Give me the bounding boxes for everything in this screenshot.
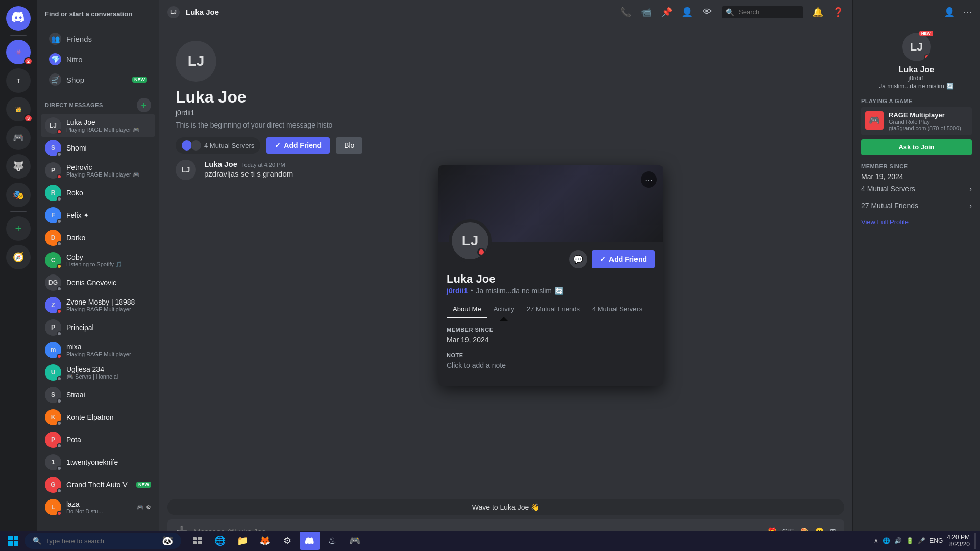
dm-name-mixa: mixa [66, 343, 151, 351]
mutual-avatar-2 [191, 140, 201, 151]
dm-item-coby[interactable]: C Coby Listening to Spotify 🎵 [41, 249, 155, 271]
add-server-button[interactable]: + [6, 216, 31, 241]
dm-item-principal[interactable]: P Principal [41, 316, 155, 339]
dm-info-petrovic: Petrovic Playing RAGE Multiplayer 🎮 [66, 163, 151, 178]
taskbar-app-steam[interactable]: ♨ [322, 532, 342, 550]
server-icon-s5[interactable]: 🐺 [6, 154, 31, 179]
server-label: 🐺 [13, 161, 24, 172]
tab-about-me[interactable]: About Me [447, 301, 487, 318]
dm-item-konte[interactable]: K Konte Elpatron [41, 406, 155, 429]
dm-item-straai[interactable]: S Straai [41, 384, 155, 406]
wave-button[interactable]: Wave to Luka Joe 👋 [167, 499, 844, 515]
block-button-intro[interactable]: Blo [336, 137, 362, 154]
dm-info-twenty: 1twentyoneknife [66, 458, 151, 466]
dm-info-denis: Denis Gnevovic [66, 279, 151, 287]
tab-mutual-friends[interactable]: 27 Mutual Friends [521, 301, 586, 318]
svg-rect-4 [193, 537, 197, 540]
dm-subtext-mixa: Playing RAGE Multiplayer [66, 351, 151, 357]
dm-name-ugljesa: Ugljesa 234 [66, 365, 151, 373]
member-since-label: Member Since [447, 327, 655, 333]
header-search-box[interactable]: 🔍 [722, 6, 803, 18]
tray-up-arrow[interactable]: ∧ [874, 537, 878, 544]
dm-item-laza[interactable]: L laza Do Not Distu... 🎮 ⚙ [41, 496, 155, 518]
discover-button[interactable]: 🧭 [6, 245, 31, 269]
right-status-row: Ja mislim...da ne mislim 🔄 [879, 83, 953, 90]
message-avatar-luka: LJ [176, 160, 196, 180]
svg-rect-0 [8, 536, 13, 540]
more-options-icon: ⋯ [645, 175, 653, 185]
message-bubble-icon: 💬 [573, 255, 583, 264]
dm-info-coby: Coby Listening to Spotify 🎵 [66, 253, 151, 268]
mutual-servers-row[interactable]: 4 Mutual Servers › [861, 181, 972, 197]
dm-item-petrovic[interactable]: P Petrovic Playing RAGE Multiplayer 🎮 [41, 159, 155, 182]
taskbar-app-folder[interactable]: 📁 [232, 532, 253, 550]
server-icon-s3[interactable]: 👑 3 [6, 97, 31, 121]
taskbar-app-settings[interactable]: ⚙ [277, 532, 298, 550]
note-click-area[interactable]: Click to add a note [447, 361, 655, 369]
taskbar-app-rage[interactable]: 🎮 [345, 532, 365, 550]
start-button[interactable] [4, 532, 22, 550]
show-desktop-button[interactable] [974, 533, 976, 549]
sidebar-item-nitro[interactable]: 💎 Nitro [41, 49, 155, 69]
dm-item-luka-joe[interactable]: LJ Luka Joe Playing RAGE Multiplayer 🎮 [41, 114, 155, 137]
sidebar-item-friends[interactable]: 👥 Friends [41, 29, 155, 49]
mutual-friends-row[interactable]: 27 Mutual Friends › [861, 197, 972, 214]
call-button[interactable]: 📞 [620, 6, 632, 18]
help-button[interactable]: ❓ [832, 6, 844, 18]
pin-button[interactable]: 📌 [660, 6, 673, 18]
server-icon-s4[interactable]: 🎮 [6, 126, 31, 150]
home-button[interactable] [6, 6, 31, 31]
add-friend-button-intro[interactable]: ✓ Add Friend [266, 137, 330, 154]
inbox-button[interactable]: 🔔 [812, 6, 824, 18]
profile-avatar-wrapper: LJ [449, 219, 492, 262]
taskbar-apps: 🌐 📁 🦊 ⚙ ♨ 🎮 [187, 532, 365, 550]
server-sidebar: 👾 2 T 👑 3 🎮 🐺 🎭 + 🧭 [0, 0, 37, 551]
dm-name-shomi: Shomi [66, 144, 151, 152]
header-search-input[interactable] [739, 8, 799, 16]
taskbar-app-task-view[interactable] [187, 532, 208, 550]
tab-mutual-servers[interactable]: 4 Mutual Servers [586, 301, 648, 318]
right-game-section: Playing a game 🎮 RAGE Multiplayer Grand … [861, 98, 972, 155]
view-full-profile-button[interactable]: View Full Profile [861, 214, 909, 230]
server-icon-s2[interactable]: T [6, 68, 31, 93]
tab-activity[interactable]: Activity [487, 301, 521, 318]
add-friend-icon: ✓ [275, 141, 281, 149]
add-member-button[interactable]: 👤 [681, 6, 693, 18]
dm-item-gta[interactable]: G Grand Theft Auto V NEW [41, 473, 155, 496]
dm-item-shomi[interactable]: S Shomi [41, 137, 155, 159]
dm-item-pota[interactable]: P Pota [41, 429, 155, 451]
note-label: Note [447, 352, 655, 358]
message-author: Luka Joe [204, 160, 237, 168]
profile-more-button[interactable]: ⋯ [641, 171, 657, 188]
dm-info-felix: Felix ✦ [66, 211, 151, 219]
server-icon-s1[interactable]: 👾 2 [6, 40, 31, 64]
profile-status-icon: 🔄 [555, 287, 564, 295]
dm-subtext-zvone: Playing RAGE Multiplayer [66, 306, 151, 312]
taskbar-app-edge[interactable]: 🌐 [210, 532, 230, 550]
profile-avatar-initials: LJ [462, 233, 479, 249]
dm-item-darko[interactable]: D Darko [41, 227, 155, 249]
dm-item-mixa[interactable]: m mixa Playing RAGE Multiplayer [41, 339, 155, 361]
taskbar-search-box[interactable]: 🔍 🐼 [24, 533, 181, 549]
ask-to-join-button[interactable]: Ask to Join [861, 139, 972, 155]
dm-item-twenty[interactable]: 1 1twentyoneknife [41, 451, 155, 473]
create-dm-button[interactable]: + [137, 98, 151, 112]
sidebar-item-shop[interactable]: 🛒 Shop NEW [41, 69, 155, 90]
dm-item-felix[interactable]: F Felix ✦ [41, 204, 155, 227]
server-icon-s6[interactable]: 🎭 [6, 183, 31, 207]
dm-item-denis[interactable]: DG Denis Gnevovic [41, 271, 155, 294]
right-panel-more-icon[interactable]: ⋯ [962, 6, 974, 18]
hide-user-list-button[interactable]: 👁 [701, 6, 714, 18]
dm-item-roko[interactable]: R Roko [41, 182, 155, 204]
dm-avatar-principal: P [45, 319, 61, 336]
profile-add-friend-button[interactable]: ✓ Add Friend [592, 250, 655, 268]
taskbar-app-browser[interactable]: 🦊 [255, 532, 275, 550]
taskbar-search-input[interactable] [45, 537, 158, 545]
right-panel-add-friend-icon[interactable]: 👤 [943, 6, 955, 18]
dm-item-ugljesa[interactable]: U Ugljesa 234 🎮 Servrs | Honnelal [41, 361, 155, 384]
taskbar-app-discord[interactable] [300, 532, 320, 550]
video-button[interactable]: 📹 [640, 6, 652, 18]
dm-item-zvone[interactable]: Z Zvone Mosby | 18988 Playing RAGE Multi… [41, 294, 155, 316]
profile-message-button[interactable]: 💬 [569, 250, 587, 268]
right-member-since-section: Member Since Mar 19, 2024 [861, 163, 972, 181]
